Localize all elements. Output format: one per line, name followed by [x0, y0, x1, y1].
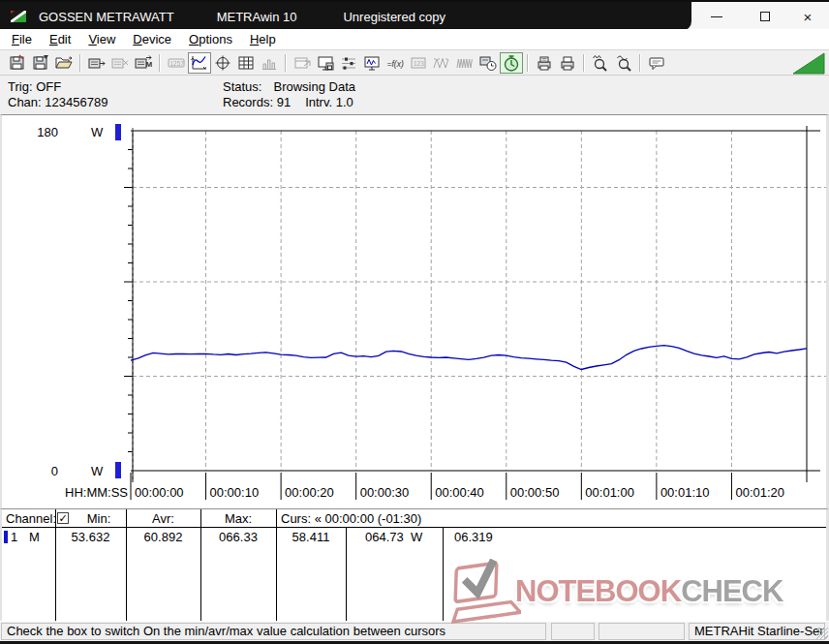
- save-file-button[interactable]: [6, 52, 29, 74]
- annotation-icon: [647, 54, 666, 72]
- toolbar-separator: [639, 54, 641, 72]
- x-tick-label: 00:01:00: [585, 485, 634, 500]
- close-button[interactable]: ×: [793, 2, 822, 31]
- wave-multi-icon: [455, 54, 475, 72]
- zoom-in-button[interactable]: [589, 52, 612, 74]
- table-vline: [126, 509, 127, 621]
- title-bar: GOSSEN METRAWATT METRAwin 10 Unregistere…: [0, 0, 829, 29]
- chart-plot-area[interactable]: 00:00:0000:00:1000:00:2000:00:3000:00:40…: [0, 114, 829, 508]
- vertical-gridlines: [206, 131, 732, 471]
- col-header-max: Max:: [200, 511, 276, 526]
- svg-text:=f(x): =f(x): [387, 58, 404, 68]
- print-icon: [558, 54, 577, 72]
- print-form-button[interactable]: [533, 52, 556, 74]
- open-file-button[interactable]: [52, 52, 76, 74]
- menu-bar: FileEditViewDeviceOptionsHelp: [0, 29, 829, 50]
- zoom-out-button[interactable]: [612, 52, 635, 74]
- power-chart: 00:00:0000:00:1000:00:2000:00:3000:00:40…: [2, 115, 826, 508]
- toolbar-separator: [527, 54, 529, 72]
- menu-item-view[interactable]: View: [79, 30, 124, 48]
- crosshair-view-button[interactable]: [211, 52, 234, 74]
- table-vline: [276, 509, 277, 621]
- open-file-icon: [54, 54, 74, 72]
- minmax-checkbox[interactable]: ✓: [57, 512, 69, 524]
- resize-grip[interactable]: [816, 628, 828, 639]
- device-values-icon: 123: [409, 54, 428, 72]
- svg-text:W: W: [91, 464, 104, 478]
- chart-view-icon: [190, 54, 209, 72]
- bargraph-view-icon: [260, 54, 279, 72]
- time-sync-button[interactable]: [476, 52, 500, 74]
- cell-avr-value: 60.892: [126, 530, 200, 544]
- y-axis-ticks: [124, 150, 133, 452]
- minimize-button[interactable]: [702, 2, 731, 31]
- wave-single-icon: [432, 54, 451, 72]
- time-sync-icon: [478, 54, 498, 72]
- toolbar-separator: [285, 54, 287, 72]
- svg-text:W: W: [91, 125, 104, 139]
- device-memory-button[interactable]: M: [132, 52, 155, 74]
- table-vline: [346, 527, 347, 621]
- channel-status: Chan: 123456789: [8, 95, 107, 110]
- device-stop-icon: [110, 54, 130, 72]
- timer-button[interactable]: [500, 52, 523, 74]
- toolbar-separator: [79, 54, 81, 72]
- annotation-button[interactable]: [645, 52, 668, 74]
- menu-item-file[interactable]: File: [3, 30, 41, 48]
- window-title-unregistered: Unregistered copy: [343, 10, 445, 24]
- device-read-button[interactable]: [85, 52, 108, 74]
- col-header-cursor: Curs: « 00:00:00 (-01:30): [281, 511, 421, 526]
- maximize-icon: [760, 12, 770, 21]
- menu-item-device[interactable]: Device: [124, 30, 180, 48]
- export-disk-button[interactable]: [314, 52, 337, 74]
- display-values-button: 1257: [165, 52, 188, 74]
- print-button[interactable]: [556, 52, 579, 74]
- app-logo-icon: [11, 9, 26, 24]
- chart-view-button[interactable]: [188, 52, 211, 74]
- toolbar-corner-triangle-icon: [792, 52, 825, 75]
- table-view-button[interactable]: [234, 52, 258, 74]
- svg-text:180: 180: [37, 125, 58, 139]
- monitor-live-button[interactable]: [360, 52, 384, 74]
- x-tick-label: 00:00:10: [210, 485, 260, 500]
- save-as-button[interactable]: [29, 52, 52, 74]
- power-series-line: [131, 346, 807, 370]
- cell-channel-number: 1: [11, 530, 17, 544]
- zoom-out-icon: [614, 54, 633, 72]
- wave-single-button: [430, 52, 453, 74]
- save-as-icon: [31, 54, 50, 72]
- svg-text:1257: 1257: [170, 59, 185, 66]
- timer-icon: [502, 54, 521, 72]
- device-stop-button: [108, 52, 132, 74]
- menu-item-options[interactable]: Options: [180, 30, 241, 48]
- device-status-panel: Trig: OFF Chan: 123456789 Status:Browsin…: [0, 76, 829, 114]
- close-icon: ×: [804, 9, 813, 25]
- wave-multi-button: [453, 52, 476, 74]
- cell-max-value: 066.33: [200, 530, 276, 544]
- menu-item-edit[interactable]: Edit: [41, 30, 79, 48]
- maximize-button[interactable]: [751, 2, 780, 31]
- records-status: Records: 91Intrv. 1.0: [223, 95, 355, 110]
- channel-color-marker: [4, 531, 8, 543]
- table-vline: [200, 509, 201, 621]
- crosshair-view-icon: [213, 54, 232, 72]
- toolbar: M1257=f(x)123: [0, 50, 829, 76]
- browse-status: Status:Browsing Data: [223, 79, 355, 95]
- menu-item-help[interactable]: Help: [241, 30, 285, 48]
- horizontal-gridlines: [133, 188, 826, 377]
- x-axis-label: HH:MM:SS: [65, 485, 128, 500]
- table-vline: [55, 509, 56, 621]
- formula-button[interactable]: =f(x): [384, 52, 407, 74]
- display-values-icon: 1257: [167, 54, 186, 72]
- watermark-check-text: CHECK: [681, 574, 783, 608]
- window-title-app: GOSSEN METRAWATT: [39, 10, 174, 24]
- channel-config-icon: [339, 54, 358, 72]
- channel-config-button[interactable]: [337, 52, 360, 74]
- x-tick-label: 00:00:40: [435, 485, 484, 500]
- notebookcheck-wordmark: NOTEBOOKCHECK: [515, 574, 783, 609]
- bargraph-view-button: [258, 52, 281, 74]
- window-export-icon: [292, 54, 312, 72]
- table-vline: [443, 527, 444, 621]
- minimize-icon: [711, 16, 722, 17]
- y-axis-cursor-handles[interactable]: [115, 124, 121, 478]
